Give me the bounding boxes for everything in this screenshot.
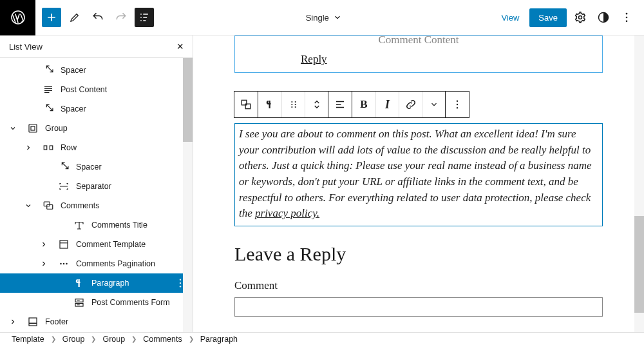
- comment-field-label: Comment: [234, 279, 603, 292]
- top-toolbar: Single View Save: [0, 0, 644, 35]
- undo-button[interactable]: [88, 8, 108, 27]
- editor-canvas: Comment Content Reply s: [193, 35, 644, 332]
- save-button[interactable]: Save: [529, 8, 567, 27]
- styles-button[interactable]: [594, 8, 613, 27]
- view-link[interactable]: View: [495, 9, 526, 26]
- template-label: Single: [306, 13, 329, 23]
- tree-node-spacer1[interactable]: Spacer: [0, 61, 193, 80]
- toggle-icon[interactable]: [21, 202, 36, 210]
- comment-block-outline[interactable]: Comment Content Reply: [234, 35, 603, 73]
- svg-point-29: [294, 106, 296, 108]
- comment-textarea[interactable]: [234, 297, 603, 317]
- content-icon: [41, 84, 55, 95]
- tree-node-paragraph[interactable]: Paragraph: [0, 273, 193, 293]
- tree-scrollbar-thumb[interactable]: [183, 58, 193, 142]
- toggle-icon[interactable]: [36, 241, 52, 248]
- tree-node-comments[interactable]: Comments: [0, 196, 193, 215]
- tree-node-postcontent[interactable]: Post Content: [0, 80, 193, 99]
- svg-point-25: [291, 104, 292, 105]
- more-formatting-button[interactable]: [422, 92, 445, 117]
- spacer-icon: [41, 64, 55, 76]
- edit-button[interactable]: [65, 8, 84, 27]
- tree-node-commentspag[interactable]: Comments Pagination: [0, 254, 193, 273]
- breadcrumb-separator-icon: ❯: [189, 335, 194, 342]
- svg-rect-9: [50, 146, 53, 150]
- align-button[interactable]: [328, 92, 352, 117]
- paragraph-block[interactable]: I see you are about to comment on this p…: [234, 123, 603, 226]
- svg-rect-21: [29, 318, 37, 326]
- ctitle-icon: [72, 219, 86, 231]
- block-toolbar: s: [234, 91, 603, 118]
- tree-node-commentstitle[interactable]: Comments Title: [0, 215, 193, 235]
- svg-rect-12: [60, 241, 68, 248]
- row-icon: [41, 142, 55, 153]
- move-buttons[interactable]: [305, 92, 328, 117]
- breadcrumb-item[interactable]: Template: [12, 335, 44, 344]
- breadcrumb: Template❯Group❯Group❯Comments❯Paragraph: [0, 332, 644, 345]
- paragraph-text: I see you are about to comment on this p…: [239, 128, 592, 219]
- tree-node-label: Group: [45, 124, 186, 133]
- toggle-icon[interactable]: [5, 318, 21, 326]
- wp-logo[interactable]: [0, 0, 35, 35]
- breadcrumb-item[interactable]: Group: [102, 335, 125, 344]
- toolbar-left: [35, 8, 160, 27]
- tree-node-separator[interactable]: Separator: [0, 177, 193, 196]
- list-view-button[interactable]: [135, 8, 154, 27]
- svg-point-5: [626, 21, 628, 23]
- template-selector[interactable]: Single: [160, 13, 487, 23]
- svg-point-26: [291, 106, 292, 108]
- toggle-icon[interactable]: [5, 124, 21, 132]
- tree-node-commenttemplate[interactable]: Comment Template: [0, 235, 193, 254]
- tree-node-row[interactable]: Row: [0, 138, 193, 157]
- redo-button[interactable]: [111, 8, 131, 27]
- breadcrumb-item[interactable]: Paragraph: [200, 335, 238, 344]
- tree-node-label: Comments Title: [91, 221, 186, 230]
- svg-point-16: [180, 279, 181, 281]
- tree-node-postcommentsform[interactable]: Post Comments Form: [0, 293, 193, 312]
- panel-header: List View ×: [0, 35, 193, 58]
- tree-node-label: Separator: [76, 182, 186, 191]
- paragraph-icon: [72, 277, 86, 289]
- svg-point-31: [457, 104, 458, 105]
- svg-point-15: [66, 263, 68, 265]
- svg-point-24: [291, 101, 292, 103]
- drag-handle[interactable]: [281, 92, 305, 117]
- svg-point-14: [63, 263, 65, 265]
- canvas-scrollbar-thumb[interactable]: [634, 216, 644, 313]
- toggle-icon[interactable]: [36, 260, 52, 268]
- svg-point-32: [457, 107, 458, 108]
- tree-node-label: Spacer: [61, 66, 186, 75]
- breadcrumb-item[interactable]: Comments: [143, 335, 182, 344]
- options-button[interactable]: [617, 8, 636, 27]
- settings-button[interactable]: [571, 8, 590, 27]
- tree-node-spacer2[interactable]: Spacer: [0, 99, 193, 119]
- toggle-icon[interactable]: [21, 144, 36, 152]
- add-block-button[interactable]: [42, 8, 61, 27]
- bold-button[interactable]: B: [352, 92, 375, 117]
- tree-node-label: Comments: [61, 201, 186, 210]
- reply-link[interactable]: Reply: [235, 53, 602, 66]
- comments-icon: [41, 200, 55, 212]
- leave-reply-heading: Leave a Reply: [234, 243, 603, 265]
- panel-title: List View: [9, 42, 43, 52]
- tree-node-group1[interactable]: Group: [0, 119, 193, 138]
- privacy-policy-link[interactable]: privacy policy.: [255, 207, 319, 219]
- svg-point-18: [180, 286, 181, 287]
- tree-node-spacer3[interactable]: Spacer: [0, 157, 193, 177]
- tree-node-options[interactable]: [175, 277, 186, 289]
- parent-block-button[interactable]: [234, 92, 258, 117]
- block-options-button[interactable]: [446, 92, 469, 117]
- breadcrumb-separator-icon: ❯: [131, 335, 137, 342]
- breadcrumb-item[interactable]: Group: [62, 335, 85, 344]
- svg-point-4: [626, 17, 628, 19]
- block-tree: SpacerPost ContentSpacerGroupRowSpacerSe…: [0, 58, 193, 332]
- link-button[interactable]: [399, 92, 422, 117]
- chevron-down-icon: [333, 13, 342, 22]
- italic-button[interactable]: I: [375, 92, 399, 117]
- panel-close-button[interactable]: ×: [176, 40, 184, 54]
- block-type-button[interactable]: [258, 92, 281, 117]
- svg-rect-8: [44, 146, 47, 150]
- tree-node-footer[interactable]: Footer: [0, 312, 193, 331]
- tree-node-label: Comment Template: [76, 240, 186, 249]
- list-view-panel: List View × SpacerPost ContentSpacerGrou…: [0, 35, 193, 332]
